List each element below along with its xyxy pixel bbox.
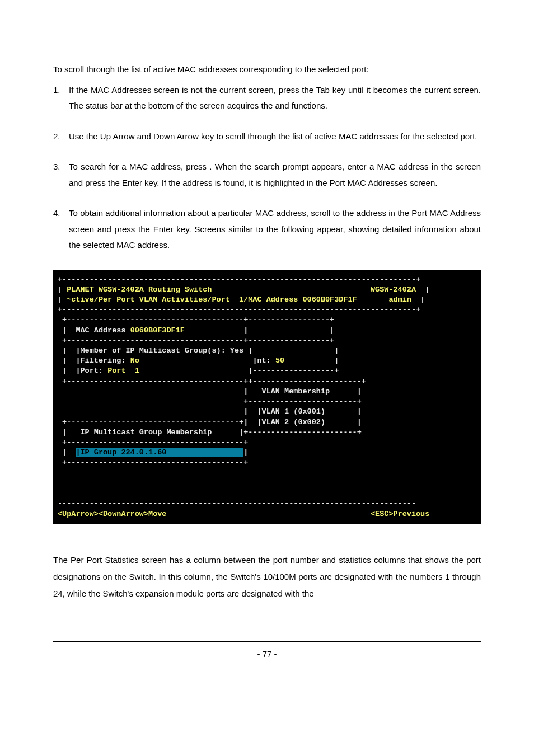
term-mac-label: MAC Address	[76, 326, 130, 335]
step-2: 2. Use the Up Arrow and Down Arrow key t…	[53, 129, 481, 145]
step-2-num: 2.	[53, 129, 60, 145]
step-1-text-c: functions.	[292, 101, 327, 110]
term-status-right: <ESC>Previous	[371, 510, 429, 518]
term-title-left: PLANET WGSW-2402A Routing Switch	[67, 285, 212, 294]
page-footer: - 77 -	[53, 641, 481, 663]
term-filter-value: No	[130, 356, 139, 365]
page-number: - 77 -	[257, 649, 277, 659]
step-4: 4. To obtain additional information abou…	[53, 205, 481, 253]
term-ip-mcast: IP Multicast Group Membership	[81, 428, 212, 436]
step-3-text-a: To search for a MAC address, press	[69, 162, 209, 171]
intro-text: To scroll through the list of active MAC…	[53, 62, 481, 78]
term-vlan1: |VLAN 1 (0x001)	[257, 407, 325, 416]
step-3-num: 3.	[53, 159, 60, 175]
term-mac-value: 0060B0F3DF1F	[130, 326, 185, 335]
term-title-right: WGSW-2402A	[371, 285, 416, 294]
term-int-value: 50	[275, 356, 284, 365]
term-port-label: |Port:	[76, 367, 107, 375]
step-1-num: 1.	[53, 82, 60, 98]
term-vlan-membership: VLAN Membership	[262, 387, 330, 396]
term-status-left: <UpArrow><DownArrow>Move	[58, 510, 166, 518]
term-filter-label: |Filtering:	[76, 356, 130, 365]
body-paragraph: The Per Port Statistics screen has a col…	[53, 552, 481, 602]
term-ip-group-value: 224.0.1.60	[121, 448, 166, 457]
step-4-num: 4.	[53, 205, 60, 222]
step-3-text-b: . When the search prompt appears, enter …	[209, 162, 456, 171]
term-ip-group-label: |IP Group	[76, 448, 121, 457]
terminal-screenshot: +---------------------------------------…	[53, 270, 481, 524]
term-vlan2: |VLAN 2 (0x002)	[257, 418, 325, 426]
term-int-label: |nt:	[252, 356, 275, 365]
term-user: admin	[388, 295, 411, 304]
step-2-text: Use the Up Arrow and Down Arrow key to s…	[69, 132, 477, 141]
step-4-text: To obtain additional information about a…	[69, 208, 481, 250]
step-1: 1. If the MAC Addresses screen is not th…	[53, 82, 481, 114]
term-breadcrumb: ~ctive/Per Port VLAN Activities/Port 1/M…	[67, 295, 357, 304]
term-member-line: |Member of IP Multicast Group(s): Yes |	[76, 346, 252, 355]
steps-list: 1. If the MAC Addresses screen is not th…	[53, 82, 481, 253]
step-1-text-b: and	[275, 101, 292, 110]
term-port-value: Port 1	[107, 367, 139, 375]
step-3: 3. To search for a MAC address, press . …	[53, 159, 481, 191]
